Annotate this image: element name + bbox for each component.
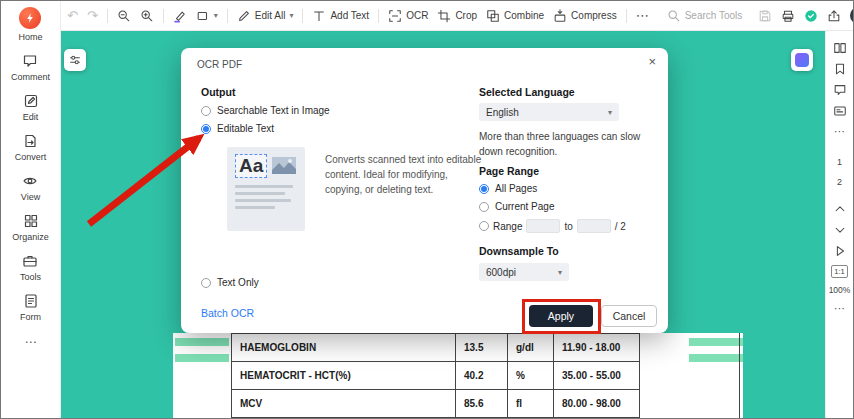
shape-icon bbox=[196, 9, 210, 23]
table-cell: fl bbox=[508, 390, 554, 418]
radio-icon bbox=[201, 278, 211, 288]
apply-button[interactable]: Apply bbox=[529, 305, 593, 327]
ai-assistant-icon bbox=[795, 53, 809, 67]
page-number-1[interactable]: 1 bbox=[837, 157, 842, 167]
more-icon: ⋯ bbox=[25, 335, 37, 349]
comment-icon bbox=[833, 83, 847, 97]
read-mode-toggle[interactable] bbox=[850, 7, 854, 24]
radio-icon bbox=[201, 106, 211, 116]
radio-searchable-text[interactable]: Searchable Text in Image bbox=[201, 105, 330, 116]
compress-label: Compress bbox=[571, 10, 617, 21]
eye-icon bbox=[22, 173, 38, 189]
add-text-button[interactable]: Add Text bbox=[312, 9, 369, 23]
undo-button[interactable]: ↶ bbox=[67, 9, 78, 22]
bookmark-panel-button[interactable] bbox=[833, 62, 847, 76]
radio-editable-text[interactable]: Editable Text bbox=[201, 123, 274, 134]
radio-all-pages[interactable]: All Pages bbox=[479, 183, 537, 194]
zoom-out-icon[interactable] bbox=[117, 9, 131, 23]
form-icon bbox=[23, 293, 39, 309]
comment-icon bbox=[22, 53, 38, 69]
toolbar-divider bbox=[227, 9, 228, 23]
range-from-input[interactable] bbox=[526, 219, 560, 233]
sidebar-item-organize[interactable]: Organize bbox=[12, 213, 49, 242]
comment-panel-button[interactable] bbox=[833, 83, 847, 97]
preview-text-sample: Aa bbox=[235, 154, 267, 178]
table-cell: 11.90 - 18.00 bbox=[554, 334, 640, 362]
ocr-dialog: OCR PDF × Output Searchable Text in Imag… bbox=[181, 48, 668, 333]
sidebar-item-label: Convert bbox=[15, 152, 47, 162]
radio-page-range[interactable]: Range to / 2 bbox=[479, 219, 626, 233]
preview-text-lines bbox=[235, 185, 297, 209]
rail-bottom-more-button[interactable]: ⋯ bbox=[834, 302, 845, 315]
range-to-input[interactable] bbox=[577, 219, 611, 233]
range-total-label: / 2 bbox=[615, 221, 626, 232]
quick-tools-button[interactable] bbox=[64, 49, 86, 71]
combine-label: Combine bbox=[504, 10, 544, 21]
toolbar-more-button[interactable]: ⋯ bbox=[636, 9, 649, 22]
sidebar-item-label: Organize bbox=[12, 232, 49, 242]
print-icon[interactable] bbox=[781, 9, 795, 23]
toolbox-icon bbox=[22, 253, 38, 269]
share-icon[interactable] bbox=[827, 9, 841, 23]
ocr-button[interactable]: OCR bbox=[388, 9, 428, 23]
cancel-button[interactable]: Cancel bbox=[601, 305, 657, 327]
crop-button[interactable]: Crop bbox=[437, 9, 477, 23]
field-panel-button[interactable] bbox=[833, 104, 847, 118]
page-up-button[interactable] bbox=[833, 202, 847, 216]
thumbnail-panel-button[interactable] bbox=[833, 41, 847, 55]
sidebar-item-tools[interactable]: Tools bbox=[20, 253, 41, 282]
toolbar-divider bbox=[163, 9, 164, 23]
chevron-down-icon: ▾ bbox=[608, 108, 612, 117]
sidebar-item-convert[interactable]: Convert bbox=[15, 133, 47, 162]
ai-assistant-button[interactable] bbox=[791, 49, 813, 71]
page-indicator: 1 2 bbox=[837, 157, 842, 187]
text-icon bbox=[312, 9, 326, 23]
sidebar-item-view[interactable]: View bbox=[21, 173, 40, 202]
ocr-preview-thumbnail: Aa bbox=[227, 147, 305, 231]
actual-size-button[interactable]: 1:1 bbox=[831, 265, 847, 278]
pencil-icon bbox=[237, 9, 251, 23]
card-icon bbox=[833, 104, 847, 118]
combine-button[interactable]: Combine bbox=[486, 9, 544, 23]
save-icon[interactable] bbox=[758, 9, 772, 23]
sidebar-item-label: Tools bbox=[20, 272, 41, 282]
edit-all-button[interactable]: Edit All ▾ bbox=[237, 9, 294, 23]
sidebar-item-comment[interactable]: Comment bbox=[11, 53, 50, 82]
ocr-icon bbox=[388, 9, 402, 23]
close-icon[interactable]: × bbox=[648, 54, 656, 69]
pdf-page[interactable]: HAEMOGLOBIN 13.5 g/dl 11.90 - 18.00 HEMA… bbox=[173, 333, 743, 418]
option-description: Converts scanned text into editable cont… bbox=[325, 152, 487, 197]
compress-button[interactable]: Compress bbox=[553, 9, 617, 23]
bookmark-icon bbox=[833, 62, 847, 76]
status-icon[interactable] bbox=[804, 9, 818, 23]
sidebar-item-edit[interactable]: Edit bbox=[23, 93, 39, 122]
page-down-button[interactable] bbox=[833, 223, 847, 237]
document-canvas: HAEMOGLOBIN 13.5 g/dl 11.90 - 18.00 HEMA… bbox=[61, 31, 825, 418]
page-number-2[interactable]: 2 bbox=[837, 177, 842, 187]
zoom-in-icon[interactable] bbox=[140, 9, 154, 23]
search-icon bbox=[667, 9, 681, 23]
page-decor-stripe bbox=[689, 354, 743, 362]
pointer-tool-button[interactable] bbox=[833, 244, 847, 258]
language-section-label: Selected Language bbox=[479, 86, 575, 98]
right-rail: ⋯ 1 2 1:1 100% ⋯ bbox=[825, 31, 853, 418]
zoom-level[interactable]: 100% bbox=[829, 285, 851, 295]
sidebar-item-form[interactable]: Form bbox=[20, 293, 41, 322]
app-window: Home Comment Edit Convert View Organize … bbox=[0, 0, 854, 419]
rail-more-button[interactable]: ⋯ bbox=[834, 125, 845, 138]
radio-text-only[interactable]: Text Only bbox=[201, 277, 259, 288]
redo-button[interactable]: ↷ bbox=[87, 9, 98, 22]
downsample-dropdown[interactable]: 600dpi ▾ bbox=[479, 263, 569, 281]
radio-current-page[interactable]: Current Page bbox=[479, 201, 554, 212]
search-input[interactable] bbox=[685, 10, 749, 21]
dialog-title: OCR PDF bbox=[197, 59, 242, 70]
language-dropdown[interactable]: English ▾ bbox=[479, 103, 619, 121]
sidebar-more-button[interactable]: ⋯ bbox=[25, 335, 37, 349]
highlighter-icon[interactable] bbox=[173, 9, 187, 23]
sidebar-item-home[interactable]: Home bbox=[18, 7, 42, 42]
top-toolbar: ↶ ↷ ▾ Edit All ▾ Add Text OCR Crop bbox=[61, 1, 853, 31]
chevron-down-icon: ▾ bbox=[214, 11, 218, 20]
chevron-down-icon: ▾ bbox=[558, 268, 562, 277]
shape-tool-button[interactable]: ▾ bbox=[196, 9, 218, 23]
batch-ocr-link[interactable]: Batch OCR bbox=[201, 307, 254, 319]
